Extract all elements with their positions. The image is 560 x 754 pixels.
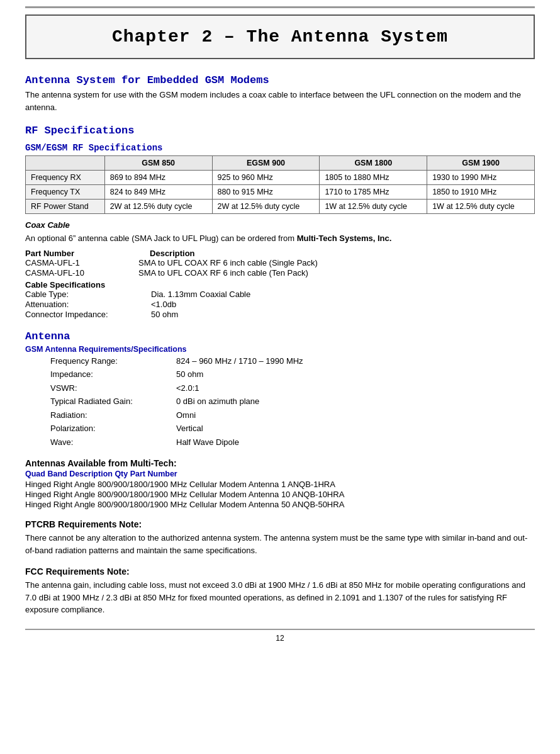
antenna-available-item: Hinged Right Angle 800/900/1800/1900 MHz… xyxy=(25,500,535,509)
coax-cable-section: Coax Cable An optional 6” antenna cable … xyxy=(25,220,535,319)
coax-cable-title: Coax Cable xyxy=(25,220,535,230)
cable-spec-value: Dia. 1.13mm Coaxial Cable xyxy=(151,290,250,299)
antenna-spec-row: Frequency Range:824 – 960 MHz / 1710 – 1… xyxy=(50,355,535,368)
antenna-system-description: The antenna system for use with the GSM … xyxy=(25,89,535,113)
bottom-border: 12 xyxy=(25,629,535,643)
antenna-spec-label: Typical Radiated Gain: xyxy=(50,395,176,408)
antenna-spec-value: 50 ohm xyxy=(176,368,203,381)
col-header-3: GSM 1800 xyxy=(320,156,427,171)
fcc-text: The antenna gain, including cable loss, … xyxy=(25,579,535,616)
coax-part-item: CASMA-UFL-10SMA to UFL COAX RF 6 inch ca… xyxy=(25,268,535,278)
table-row-label: Frequency TX xyxy=(26,185,105,200)
part-number: CASMA-UFL-1 xyxy=(25,258,113,267)
cable-spec-label: Attenuation: xyxy=(25,300,151,309)
antenna-spec-label: Frequency Range: xyxy=(50,355,176,368)
page-number: 12 xyxy=(276,634,284,643)
table-row-label: Frequency RX xyxy=(26,171,105,185)
antenna-section: Antenna GSM Antenna Requirements/Specifi… xyxy=(25,330,535,449)
antennas-available-title: Antennas Available from Multi-Tech: xyxy=(25,458,535,468)
description-label: Description xyxy=(150,249,195,258)
table-cell: 2W at 12.5% duty cycle xyxy=(212,200,320,214)
coax-desc-text: An optional 6” antenna cable (SMA Jack t… xyxy=(25,234,297,243)
antenna-spec-value: Half Wave Dipole xyxy=(176,436,239,449)
table-cell: 1710 to 1785 MHz xyxy=(320,185,427,200)
antenna-spec-label: Impedance: xyxy=(50,368,176,381)
antenna-specs-list: Frequency Range:824 – 960 MHz / 1710 – 1… xyxy=(50,355,535,449)
table-cell: 869 to 894 MHz xyxy=(104,171,212,185)
table-cell: 925 to 960 MHz xyxy=(212,171,320,185)
rf-specs-table: GSM 850 EGSM 900 GSM 1800 GSM 1900 Frequ… xyxy=(25,155,535,214)
antenna-spec-row: Radiation:Omni xyxy=(50,409,535,422)
gsm-antenna-title: GSM Antenna Requirements/Specifications xyxy=(25,345,535,354)
cable-spec-row: Attenuation:<1.0db xyxy=(25,300,535,309)
table-cell: 824 to 849 MHz xyxy=(104,185,212,200)
antenna-spec-row: Wave:Half Wave Dipole xyxy=(50,436,535,449)
antenna-spec-label: VSWR: xyxy=(50,382,176,395)
part-description: SMA to UFL COAX RF 6 inch cable (Single … xyxy=(138,258,318,267)
chapter-title: Chapter 2 – The Antenna System xyxy=(33,27,527,47)
part-number-label: Part Number xyxy=(25,249,74,258)
col-header-1: GSM 850 xyxy=(104,156,212,171)
antenna-spec-row: Impedance:50 ohm xyxy=(50,368,535,381)
antenna-items-list: Hinged Right Angle 800/900/1800/1900 MHz… xyxy=(25,480,535,509)
ptcrb-text: There cannot be any alteration to the au… xyxy=(25,532,535,556)
cable-spec-value: 50 ohm xyxy=(151,310,178,319)
antenna-spec-value: 0 dBi on azimuth plane xyxy=(176,395,259,408)
top-border xyxy=(25,6,535,8)
antenna-spec-label: Radiation: xyxy=(50,409,176,422)
antenna-spec-value: <2.0:1 xyxy=(176,382,199,395)
antenna-spec-value: 824 – 960 MHz / 1710 – 1990 MHz xyxy=(176,355,303,368)
antenna-available-item: Hinged Right Angle 800/900/1800/1900 MHz… xyxy=(25,490,535,499)
antenna-spec-label: Wave: xyxy=(50,436,176,449)
table-cell: 2W at 12.5% duty cycle xyxy=(104,200,212,214)
page: Chapter 2 – The Antenna System Antenna S… xyxy=(0,0,560,754)
table-cell: 1850 to 1910 MHz xyxy=(427,185,535,200)
table-cell: 1805 to 1880 MHz xyxy=(320,171,427,185)
table-row: Frequency TX824 to 849 MHz880 to 915 MHz… xyxy=(26,185,535,200)
part-header-row: Part Number Description xyxy=(25,249,535,258)
ptcrb-title: PTCRB Requirements Note: xyxy=(25,519,535,529)
cable-specs-title: Cable Specifications xyxy=(25,280,535,290)
rf-specs-section: RF Specifications GSM/EGSM RF Specificat… xyxy=(25,125,535,214)
antenna-spec-label: Polarization: xyxy=(50,422,176,435)
col-header-0 xyxy=(26,156,105,171)
fcc-section: FCC Requirements Note: The antenna gain,… xyxy=(25,566,535,616)
antenna-system-title: Antenna System for Embedded GSM Modems xyxy=(25,74,535,86)
antenna-section-title: Antenna xyxy=(25,330,535,342)
coax-desc-bold: Multi-Tech Systems, Inc. xyxy=(297,234,392,243)
cable-specs-list: Cable Type:Dia. 1.13mm Coaxial CableAtte… xyxy=(25,290,535,319)
chapter-header: Chapter 2 – The Antenna System xyxy=(25,14,535,59)
cable-spec-label: Cable Type: xyxy=(25,290,151,299)
cable-spec-label: Connector Impedance: xyxy=(25,310,151,319)
col-header-4: GSM 1900 xyxy=(427,156,535,171)
table-cell: 1W at 12.5% duty cycle xyxy=(320,200,427,214)
part-number: CASMA-UFL-10 xyxy=(25,268,113,278)
antenna-spec-value: Omni xyxy=(176,409,196,422)
antenna-available-item: Hinged Right Angle 800/900/1800/1900 MHz… xyxy=(25,480,535,489)
coax-description: An optional 6” antenna cable (SMA Jack t… xyxy=(25,232,535,245)
rf-specs-title: RF Specifications xyxy=(25,125,535,137)
antenna-spec-row: VSWR:<2.0:1 xyxy=(50,382,535,395)
antenna-system-section: Antenna System for Embedded GSM Modems T… xyxy=(25,74,535,113)
antenna-spec-row: Polarization:Vertical xyxy=(50,422,535,435)
antennas-available-section: Antennas Available from Multi-Tech: Quad… xyxy=(25,458,535,509)
table-row: Frequency RX869 to 894 MHz925 to 960 MHz… xyxy=(26,171,535,185)
table-row: RF Power Stand2W at 12.5% duty cycle2W a… xyxy=(26,200,535,214)
quad-band-header: Quad Band Description Qty Part Number xyxy=(25,470,535,478)
table-row-label: RF Power Stand xyxy=(26,200,105,214)
antenna-spec-row: Typical Radiated Gain:0 dBi on azimuth p… xyxy=(50,395,535,408)
gsm-egsm-title: GSM/EGSM RF Specifications xyxy=(25,143,535,153)
table-cell: 880 to 915 MHz xyxy=(212,185,320,200)
part-description: SMA to UFL COAX RF 6 inch cable (Ten Pac… xyxy=(138,268,308,278)
cable-spec-value: <1.0db xyxy=(151,300,176,309)
table-cell: 1930 to 1990 MHz xyxy=(427,171,535,185)
antenna-spec-value: Vertical xyxy=(176,422,203,435)
coax-part-item: CASMA-UFL-1SMA to UFL COAX RF 6 inch cab… xyxy=(25,258,535,267)
fcc-title: FCC Requirements Note: xyxy=(25,566,535,577)
coax-parts-list: CASMA-UFL-1SMA to UFL COAX RF 6 inch cab… xyxy=(25,258,535,278)
col-header-2: EGSM 900 xyxy=(212,156,320,171)
cable-spec-row: Connector Impedance:50 ohm xyxy=(25,310,535,319)
ptcrb-section: PTCRB Requirements Note: There cannot be… xyxy=(25,519,535,556)
table-cell: 1W at 12.5% duty cycle xyxy=(427,200,535,214)
cable-spec-row: Cable Type:Dia. 1.13mm Coaxial Cable xyxy=(25,290,535,299)
